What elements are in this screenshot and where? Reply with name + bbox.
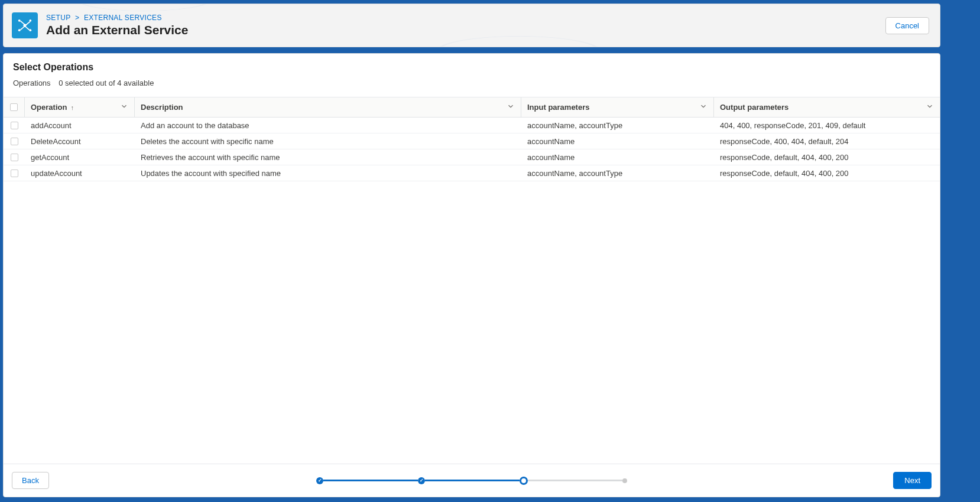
table-row[interactable]: addAccountAdd an account to the database… <box>4 118 940 133</box>
col-header-description-label: Description <box>141 103 183 112</box>
selection-count: 0 selected out of 4 available <box>59 79 154 87</box>
header-left: SETUP > EXTERNAL SERVICES Add an Externa… <box>12 12 188 38</box>
table-row[interactable]: DeleteAccountDeletes the account with sp… <box>4 133 940 149</box>
svg-point-3 <box>18 29 21 31</box>
progress-stepper <box>316 477 627 485</box>
col-header-description[interactable]: Description <box>135 97 521 117</box>
select-all-checkbox[interactable] <box>10 103 18 111</box>
cell-input: accountName, accountType <box>521 169 714 178</box>
cancel-button[interactable]: Cancel <box>885 17 929 34</box>
table-header-row: Operation ↑ Description Input parameters… <box>4 97 940 118</box>
breadcrumb-setup[interactable]: SETUP <box>46 14 70 22</box>
table-row[interactable]: updateAccountUpdates the account with sp… <box>4 165 940 181</box>
row-checkbox[interactable] <box>11 122 18 129</box>
cell-description: Add an account to the database <box>135 121 521 130</box>
row-check-cell <box>4 154 25 161</box>
page-header: SETUP > EXTERNAL SERVICES Add an Externa… <box>3 4 940 47</box>
col-header-output-label: Output parameters <box>720 103 788 112</box>
svg-point-1 <box>18 19 21 22</box>
back-button[interactable]: Back <box>12 472 49 489</box>
step-4-dot[interactable] <box>622 478 627 483</box>
step-line-3 <box>528 480 622 481</box>
row-checkbox[interactable] <box>11 138 18 145</box>
footer-bar: Back Next <box>4 464 940 497</box>
cell-operation: getAccount <box>25 153 135 162</box>
step-1-dot[interactable] <box>316 477 323 484</box>
col-header-operation-label: Operation <box>31 103 67 112</box>
breadcrumb: SETUP > EXTERNAL SERVICES <box>46 14 188 22</box>
cell-operation: updateAccount <box>25 169 135 178</box>
select-all-header <box>4 97 25 117</box>
app-frame: SETUP > EXTERNAL SERVICES Add an Externa… <box>0 0 980 502</box>
step-line-2 <box>425 480 520 481</box>
cell-description: Updates the account with specified name <box>135 169 521 178</box>
cell-input: accountName <box>521 137 714 146</box>
table-row[interactable]: getAccountRetrieves the account with spe… <box>4 149 940 165</box>
col-menu-output[interactable] <box>926 102 934 112</box>
external-services-icon <box>12 12 38 38</box>
section-subheader: Operations 0 selected out of 4 available <box>13 79 930 87</box>
cell-description: Deletes the account with specific name <box>135 137 521 146</box>
col-header-input[interactable]: Input parameters <box>521 97 714 117</box>
cell-output: responseCode, default, 404, 400, 200 <box>714 153 940 162</box>
col-header-operation[interactable]: Operation ↑ <box>25 97 135 117</box>
col-menu-input[interactable] <box>699 102 708 112</box>
row-check-cell <box>4 122 25 129</box>
cell-input: accountName, accountType <box>521 121 714 130</box>
next-button[interactable]: Next <box>893 472 932 489</box>
cell-description: Retrieves the account with specific name <box>135 153 521 162</box>
main-panel: Select Operations Operations 0 selected … <box>3 53 940 497</box>
cell-input: accountName <box>521 153 714 162</box>
row-checkbox[interactable] <box>11 154 18 161</box>
breadcrumb-separator: > <box>75 14 79 22</box>
cell-operation: addAccount <box>25 121 135 130</box>
col-menu-operation[interactable] <box>120 102 128 112</box>
step-3-dot[interactable] <box>520 477 528 485</box>
row-checkbox[interactable] <box>11 169 18 177</box>
header-text: SETUP > EXTERNAL SERVICES Add an Externa… <box>46 14 188 37</box>
step-line-1 <box>323 480 418 481</box>
row-check-cell <box>4 169 25 177</box>
section-title: Select Operations <box>13 62 930 73</box>
svg-point-4 <box>29 29 31 31</box>
col-menu-description[interactable] <box>507 102 515 112</box>
col-header-output[interactable]: Output parameters <box>714 97 940 117</box>
section-header: Select Operations Operations 0 selected … <box>4 54 940 91</box>
breadcrumb-external-services[interactable]: EXTERNAL SERVICES <box>84 14 162 22</box>
operations-table: Operation ↑ Description Input parameters… <box>4 97 940 181</box>
cell-output: responseCode, default, 404, 400, 200 <box>714 169 940 178</box>
sort-ascending-icon: ↑ <box>70 104 74 111</box>
cell-output: responseCode, 400, 404, default, 204 <box>714 137 940 146</box>
operations-label: Operations <box>13 79 51 87</box>
table-body: addAccountAdd an account to the database… <box>4 118 940 181</box>
col-header-input-label: Input parameters <box>527 103 589 112</box>
page-title: Add an External Service <box>46 23 188 37</box>
cell-output: 404, 400, responseCode, 201, 409, defaul… <box>714 121 940 130</box>
step-2-dot[interactable] <box>418 477 425 484</box>
cell-operation: DeleteAccount <box>25 137 135 146</box>
row-check-cell <box>4 138 25 145</box>
